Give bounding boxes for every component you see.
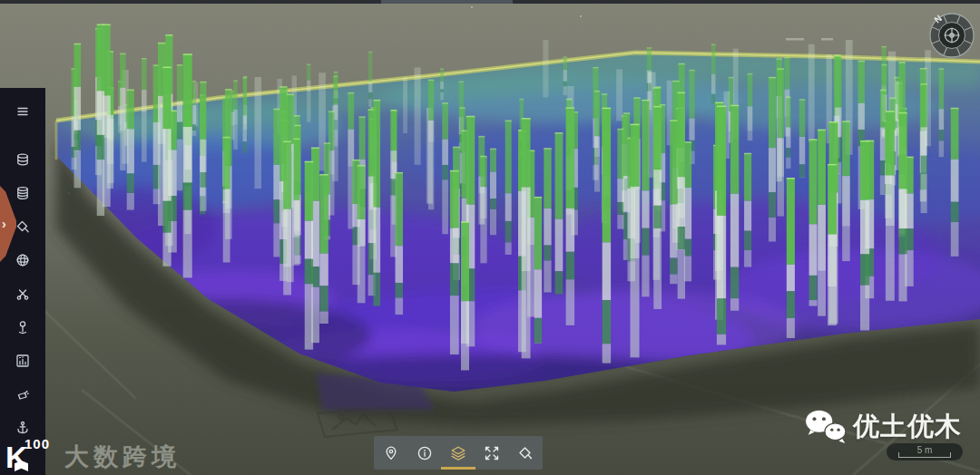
layers-icon bbox=[449, 444, 467, 462]
chevron-right-icon: › bbox=[2, 218, 6, 230]
app-window: › N bbox=[0, 0, 980, 475]
active-tool-underline bbox=[441, 467, 475, 470]
watermark-left: K 100 大数跨境 bbox=[5, 436, 181, 472]
brand-badge: 优土优木 bbox=[804, 408, 962, 446]
book-icon bbox=[15, 460, 28, 471]
menu-icon bbox=[15, 103, 31, 120]
info-icon bbox=[416, 444, 434, 462]
wechat-icon bbox=[804, 408, 848, 446]
scissors-icon bbox=[15, 286, 31, 302]
k100-logo: K 100 bbox=[5, 436, 56, 472]
bottom-toolbar bbox=[374, 436, 543, 470]
database-icon bbox=[15, 151, 31, 168]
locate-pin-button[interactable] bbox=[374, 436, 407, 470]
fill-icon bbox=[15, 218, 31, 235]
location-pin-icon bbox=[382, 444, 400, 462]
top-bar-segment bbox=[381, 0, 513, 4]
watermark-left-text: 大数跨境 bbox=[64, 445, 181, 472]
top-bar bbox=[0, 0, 980, 4]
brand-text: 优土优木 bbox=[853, 409, 962, 445]
fullscreen-button[interactable] bbox=[475, 436, 509, 470]
fill-color-button[interactable] bbox=[509, 436, 543, 470]
pour-icon bbox=[15, 386, 31, 402]
pin-icon bbox=[15, 319, 31, 335]
anchor-icon bbox=[15, 420, 31, 436]
fill-drop-icon bbox=[516, 444, 534, 462]
strata-icon bbox=[15, 185, 31, 201]
sidebar-item-borehole-database[interactable] bbox=[0, 142, 45, 176]
scene-3d-view[interactable] bbox=[0, 0, 980, 475]
sidebar-item-clip[interactable] bbox=[0, 276, 45, 310]
scale-bracket bbox=[898, 452, 951, 458]
menu-button[interactable] bbox=[0, 93, 45, 130]
info-button[interactable] bbox=[407, 436, 441, 470]
histogram-icon bbox=[15, 353, 31, 369]
compass[interactable]: N bbox=[926, 10, 977, 61]
logo-100-text: 100 bbox=[24, 436, 50, 451]
sphere-icon bbox=[15, 252, 31, 268]
sidebar bbox=[0, 88, 45, 475]
scale-bar: 5 m bbox=[887, 443, 963, 460]
sidebar-item-marker-pin[interactable] bbox=[0, 310, 45, 344]
layers-button[interactable] bbox=[441, 436, 475, 470]
fullscreen-icon bbox=[483, 444, 501, 462]
sidebar-item-pour-fill[interactable] bbox=[0, 377, 45, 411]
sidebar-item-section-chart[interactable] bbox=[0, 344, 45, 377]
